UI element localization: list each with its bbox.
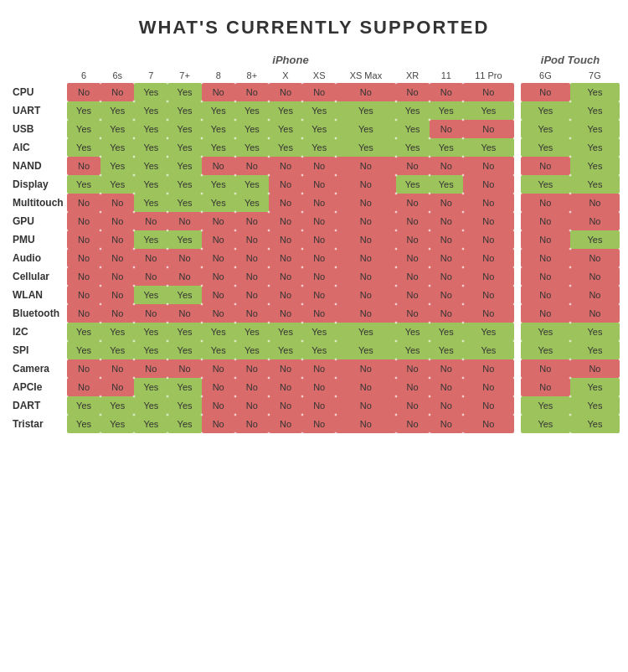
cell-audio-8+: No: [235, 249, 269, 267]
cell-bluetooth-7+: No: [167, 304, 201, 323]
cell-nand-7G: Yes: [570, 157, 620, 175]
table-row: CPUNoNoYesYesNoNoNoNoNoNoNoNoNoYes: [8, 83, 620, 101]
cell-pmu-7+: Yes: [167, 230, 201, 249]
cell-nand-6G: No: [521, 157, 570, 175]
cell-audio-XS Max: No: [336, 249, 395, 267]
col-7g: 7G: [570, 68, 620, 83]
cell-audio-XR: No: [396, 249, 430, 267]
cell-nand-7: Yes: [134, 157, 167, 175]
cell-pmu-XR: No: [396, 230, 430, 249]
separator-col: [514, 341, 521, 359]
cell-i2c-11 Pro: Yes: [463, 323, 514, 341]
cell-pmu-8: No: [202, 230, 235, 249]
table-row: WLANNoNoYesYesNoNoNoNoNoNoNoNoNoNo: [8, 286, 620, 304]
table-row: USBYesYesYesYesYesYesYesYesYesYesNoNoYes…: [8, 120, 620, 138]
cell-display-7G: Yes: [570, 175, 620, 194]
cell-apcie-11 Pro: No: [463, 378, 514, 396]
separator-col: [514, 175, 521, 194]
cell-nand-XR: No: [396, 157, 430, 175]
table-row: BluetoothNoNoNoNoNoNoNoNoNoNoNoNoNoNo: [8, 304, 620, 323]
cell-usb-7: Yes: [134, 120, 167, 138]
cell-gpu-6G: No: [521, 212, 570, 230]
cell-aic-6s: Yes: [100, 138, 134, 157]
cell-usb-6s: Yes: [100, 120, 134, 138]
cell-usb-7G: Yes: [570, 120, 620, 138]
table-row: PMUNoNoYesYesNoNoNoNoNoNoNoNoNoYes: [8, 230, 620, 249]
cell-display-11: Yes: [430, 175, 463, 194]
cell-multitouch-11: No: [430, 194, 463, 212]
cell-dart-X: No: [269, 396, 302, 415]
separator-col: [514, 230, 521, 249]
group-ipod: iPod Touch: [521, 54, 620, 68]
row-label-tristar: Tristar: [8, 415, 67, 433]
cell-aic-XR: Yes: [396, 138, 430, 157]
group-header-row: iPhone iPod Touch: [8, 54, 620, 68]
table-row: TristarYesYesYesYesNoNoNoNoNoNoNoNoYesYe…: [8, 415, 620, 433]
cell-wlan-XS Max: No: [336, 286, 395, 304]
cell-gpu-XS Max: No: [336, 212, 395, 230]
cell-spi-XR: Yes: [396, 341, 430, 359]
cell-tristar-7: Yes: [134, 415, 167, 433]
col-11: 11: [430, 68, 463, 83]
row-label-i2c: I2C: [8, 323, 67, 341]
cell-apcie-6: No: [67, 378, 100, 396]
cell-tristar-6G: Yes: [521, 415, 570, 433]
cell-wlan-X: No: [269, 286, 302, 304]
cell-i2c-8: Yes: [202, 323, 235, 341]
cell-uart-X: Yes: [269, 101, 302, 120]
cell-nand-11 Pro: No: [463, 157, 514, 175]
cell-uart-XS Max: Yes: [336, 101, 395, 120]
cell-cpu-6: No: [67, 83, 100, 101]
cell-gpu-7G: No: [570, 212, 620, 230]
cell-cpu-7: Yes: [134, 83, 167, 101]
cell-apcie-6s: No: [100, 378, 134, 396]
cell-usb-6: Yes: [67, 120, 100, 138]
cell-spi-XS Max: Yes: [336, 341, 395, 359]
col-spacer: [514, 68, 521, 83]
cell-multitouch-6: No: [67, 194, 100, 212]
cell-pmu-6s: No: [100, 230, 134, 249]
cell-cpu-11 Pro: No: [463, 83, 514, 101]
cell-wlan-6s: No: [100, 286, 134, 304]
cell-display-XR: Yes: [396, 175, 430, 194]
cell-multitouch-6s: No: [100, 194, 134, 212]
separator-col: [514, 415, 521, 433]
cell-i2c-XR: Yes: [396, 323, 430, 341]
table-row: AudioNoNoNoNoNoNoNoNoNoNoNoNoNoNo: [8, 249, 620, 267]
cell-i2c-8+: Yes: [235, 323, 269, 341]
col-x: X: [269, 68, 302, 83]
cell-aic-7+: Yes: [167, 138, 201, 157]
cell-display-7+: Yes: [167, 175, 201, 194]
row-label-multitouch: Multitouch: [8, 194, 67, 212]
cell-gpu-8+: No: [235, 212, 269, 230]
cell-pmu-X: No: [269, 230, 302, 249]
row-label-gpu: GPU: [8, 212, 67, 230]
cell-audio-6G: No: [521, 249, 570, 267]
cell-gpu-11: No: [430, 212, 463, 230]
cell-uart-11: Yes: [430, 101, 463, 120]
cell-aic-6: Yes: [67, 138, 100, 157]
cell-cpu-6G: No: [521, 83, 570, 101]
cell-tristar-11: No: [430, 415, 463, 433]
cell-display-7: Yes: [134, 175, 167, 194]
cell-bluetooth-6G: No: [521, 304, 570, 323]
cell-multitouch-8+: Yes: [235, 194, 269, 212]
cell-nand-XS Max: No: [336, 157, 395, 175]
cell-gpu-7+: No: [167, 212, 201, 230]
cell-dart-11: No: [430, 396, 463, 415]
cell-dart-11 Pro: No: [463, 396, 514, 415]
table-row: GPUNoNoNoNoNoNoNoNoNoNoNoNoNoNo: [8, 212, 620, 230]
cell-pmu-6: No: [67, 230, 100, 249]
cell-dart-XS: No: [302, 396, 336, 415]
cell-apcie-XS: No: [302, 378, 336, 396]
cell-bluetooth-XR: No: [396, 304, 430, 323]
cell-audio-7+: No: [167, 249, 201, 267]
group-iphone: iPhone: [67, 54, 514, 68]
separator-col: [514, 101, 521, 120]
cell-pmu-7G: Yes: [570, 230, 620, 249]
cell-usb-6G: Yes: [521, 120, 570, 138]
cell-multitouch-XS: No: [302, 194, 336, 212]
cell-uart-7+: Yes: [167, 101, 201, 120]
cell-multitouch-6G: No: [521, 194, 570, 212]
cell-spi-7+: Yes: [167, 341, 201, 359]
